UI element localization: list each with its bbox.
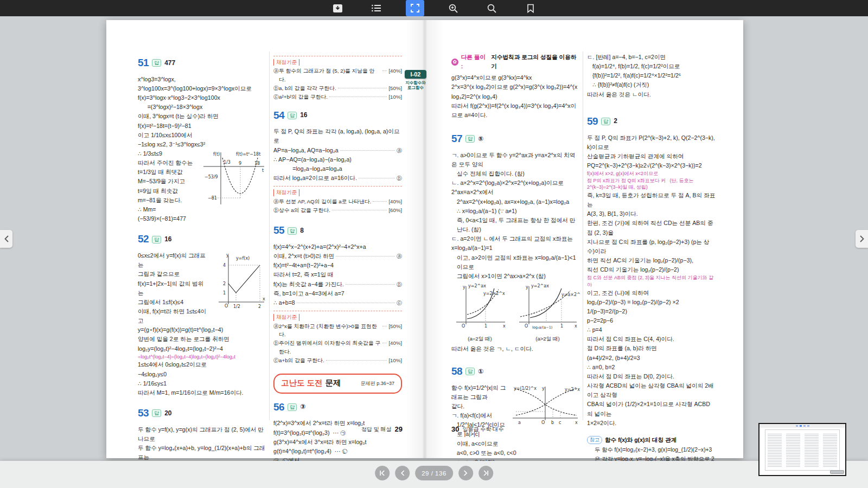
zoom-in-icon[interactable] <box>444 0 463 16</box>
problem-number: 58 <box>451 363 462 380</box>
svg-text:1: 1 <box>223 291 226 296</box>
page-thumbnail-preview[interactable] <box>758 423 846 476</box>
text-line: 따라서 f(g(2^x))=f(2^(x log₃4))=3^(x log₃4)… <box>451 101 580 120</box>
text-line: 그림과 같으므로 <box>138 269 209 279</box>
answer-badge: 답 <box>152 236 161 243</box>
rubric-items: ⓐ 두 함수의 그래프가 점 (5, 2)를 지남을 안다.[40%]ⓑ a, … <box>273 67 402 101</box>
text-line: PQ=2^(k−3)+2^(3−k)≥2√(2^(k−3)×2^(3−k))=2 <box>587 161 716 170</box>
answer-value: 477 <box>164 58 175 68</box>
prev-page-arrow[interactable] <box>0 230 12 248</box>
text-line: 따라서 점 D의 좌표는 D(0, 2)이다. <box>587 372 716 381</box>
text-line: ⓐ 두 함수의 그래프가 점 (5, 2)를 지남을 안다.[40%] <box>273 67 402 84</box>
text-line: 0≤x≤2에서 y=f(x)의 그래프는 <box>138 251 209 269</box>
problem-number: 55 <box>273 222 284 239</box>
problem-number: 53 <box>138 405 149 422</box>
right-page-number: 30 <box>451 425 459 433</box>
text-line: 같다. <box>451 402 507 411</box>
challenge-page-ref: 문제편 p.36~37 <box>361 380 394 388</box>
left-page-column-2: 채점기준 ⓐ 두 함수의 그래프가 점 (5, 2)를 지남을 안다.[40%]… <box>273 53 402 488</box>
last-page-icon <box>483 470 489 476</box>
answer-badge: 답 <box>288 112 297 119</box>
first-page-button[interactable] <box>375 466 390 480</box>
toc-icon[interactable] <box>367 0 386 16</box>
text-line: f(x)=3^logx·x^log3−2×3^log100x <box>138 93 266 102</box>
solution-lines: 두 점 P, Q의 좌표는 각각 (a, log₄a), (log₂a, a)이… <box>273 127 402 183</box>
text-line: t=1/3일 때 최댓값 M=−53/9을 가지고 <box>138 168 197 186</box>
text-line: 두 점 P, Q의 좌표가 P(2^(k−3)+2, k), Q(2−2^(3−… <box>587 133 716 152</box>
chapter-tab-label: 지수함수와 <box>405 80 426 85</box>
text-line: 이고, 조건 (나)에 의하여 <box>587 288 716 298</box>
text-line: g(3^x)=4^x에서 3^x=t라 하면 x=log₃t <box>273 438 402 447</box>
svg-text:x: x <box>575 324 577 329</box>
previous-page-button[interactable] <box>395 466 410 480</box>
viewer-toolbar <box>0 0 868 16</box>
text-line: t=9일 때 최솟값 m=−81을 갖는다. <box>138 187 197 205</box>
text-line: ⓒ a+b의 값을 구한다.[10%] <box>273 356 402 365</box>
answer-value: 16 <box>300 110 307 120</box>
svg-text:x: x <box>575 420 578 425</box>
right-page-footer: 30일등급 수학·대수 <box>451 425 504 433</box>
text-line: 양변에 밑을 2로 하는 로그를 취하면 <box>138 335 266 344</box>
answer-badge: 답 <box>152 59 161 67</box>
note-badge: 참고 <box>587 436 602 444</box>
rubric-items: ⓐ 2^x를 치환하고 (치환한 변수)>0을 표현한다.[50%]ⓑ 주어진 … <box>273 322 402 365</box>
next-page-arrow[interactable] <box>856 230 868 248</box>
text-line: f(x)는 최솟값 a−4를 가진다.ⓑ <box>273 280 402 289</box>
answer-value: 2 <box>614 116 617 126</box>
svg-text:2: 2 <box>258 304 261 309</box>
text-line: f(x)=t²−18t=(t−9)²−81 <box>138 121 266 131</box>
text-line: f(a)=1/2⁴, f(b)=1/2, f(c)=1/2²이므로 <box>587 62 716 71</box>
solution-lines: ㄷ. [반례] a=−4, b=−1, c=2이면f(a)=1/2⁴, f(b)… <box>587 53 716 99</box>
text-line: 즉, 0<a<1일 때, 두 그래프는 항상 한 점에서 만난다. (참) <box>451 216 580 234</box>
text-line: ∴ 1/16≤y≤1 <box>138 379 266 388</box>
svg-text:O: O <box>525 324 528 329</box>
text-line: 1≤t≤4에서 0≤log₂t≤2이므로 <box>138 360 266 369</box>
text-line: 산술평균과 기하평균의 관계에 의하여 <box>587 152 716 161</box>
svg-text:1: 1 <box>484 324 487 329</box>
graph-52: y y=f(x) 4 2 1 O 1/2 2 x <box>212 252 266 312</box>
solution-lines: x^log3=3^logx, 3^log100x=3^(log100+logx)… <box>138 75 266 149</box>
thumbnail-spread <box>765 429 840 471</box>
graph-57b: y=2^ax y=a×2^x O log₂a/(a−1) 1 x y <box>516 283 580 333</box>
last-page-button[interactable] <box>478 466 493 480</box>
rubric-53: 채점기준 ⓐ 두 함수의 그래프가 점 (5, 2)를 지남을 안다.[40%]… <box>273 56 402 102</box>
text-line: 따라서 M=1, m=1/16이므로 M/m=16이다. <box>138 388 266 397</box>
text-line: 이고, a>2이면 교점의 x좌표는 x=log₂a/(a−1)<1이므로 <box>451 253 580 272</box>
thumbnail-scrollbar[interactable] <box>830 470 844 474</box>
answer-value: 8 <box>300 226 304 236</box>
chapter-tab[interactable]: I-02 지수함수와로그함수 <box>405 70 426 91</box>
problem-54: 54답16 두 점 P, Q의 좌표는 각각 (a, log₄a), (log₂… <box>273 107 402 215</box>
fullscreen-icon[interactable] <box>406 0 424 16</box>
text-line: g(t)=4^(log₃t)=t^(log₃4) ⋯ ㉡ <box>273 447 402 456</box>
text-line: 실수 전체의 집합이다. (참) <box>451 169 580 178</box>
text-line: ∴ a=0, b=2 <box>587 363 716 372</box>
text-line: ⓐ 두 선분 AP, AQ의 길이를 a로 나타낸다.[40%] <box>273 197 402 206</box>
text-line: ㄷ. [반례] a=−4, b=−1, c=2이면 <box>587 53 716 62</box>
svg-text:y=2^ax: y=2^ax <box>468 284 486 288</box>
text-line: (a+4)/2=2, (b+4)/2=3 <box>587 354 716 363</box>
bookmark-icon[interactable] <box>521 0 540 16</box>
next-page-button[interactable] <box>458 466 473 480</box>
page-indicator[interactable]: 29 / 136 <box>415 466 453 480</box>
rubric-title: 채점기준 <box>273 59 299 66</box>
text-line: ㄴ. a×2^x=2^(log₂a)×2^x=2^(x+log₂a)이므로 2^… <box>451 178 580 197</box>
text-line: y=(g∘f)(x)=g(f(x))=g(t)=t^(log₂t−4) <box>138 325 266 335</box>
viewer-bottom-bar: 29 / 136 <box>0 461 868 488</box>
right-page-column-1: ✿ 다른 풀이 : 지수법칙과 로그의 성질을 이용하기 g(3^x)=4^x이… <box>451 53 580 488</box>
solution-lines: 따라서 옳은 것은 ㄱ, ㄴ, ㄷ이다. <box>451 344 580 354</box>
answer-badge: 답 <box>152 409 161 417</box>
text-line: 1/(p−3)=2/(p−2) <box>587 307 716 316</box>
text-line: 함수 f(x)=1/2^|x|의 그래프는 그림과 <box>451 383 507 402</box>
text-line: ⓐ 2^x를 치환하고 (치환한 변수)>0을 표현한다.[50%] <box>273 322 402 339</box>
text-line: ∴ x=log₂a/(a−1) (∵ a≠1) <box>451 207 580 216</box>
chevron-right-icon <box>463 470 468 476</box>
left-page-column-1: 51답477 x^log3=3^logx, 3^log100x=3^(log10… <box>138 53 266 488</box>
chevron-left-icon <box>4 235 9 242</box>
solution-lines: ㄱ. a>0이므로 두 함수 y=2^ax과 y=a×2^x의 치역은 모두 양… <box>451 151 580 281</box>
text-line: x^log3=3^logx, 3^log100x=3^(log100+logx)… <box>138 75 266 93</box>
text-line: 점 P의 x좌표가 점 Q의 x좌표보다 커 (단, 등호는 2^(k−3)=2… <box>587 177 716 191</box>
search-icon[interactable] <box>483 0 501 16</box>
text-line: ㄷ. a=2이면 ㄴ에서 두 그래프의 교점의 x좌표는 x=log₂a/(a−… <box>451 234 580 253</box>
download-icon[interactable] <box>329 0 347 16</box>
right-page-column-2: ㄷ. [반례] a=−4, b=−1, c=2이면f(a)=1/2⁴, f(b)… <box>587 53 716 488</box>
